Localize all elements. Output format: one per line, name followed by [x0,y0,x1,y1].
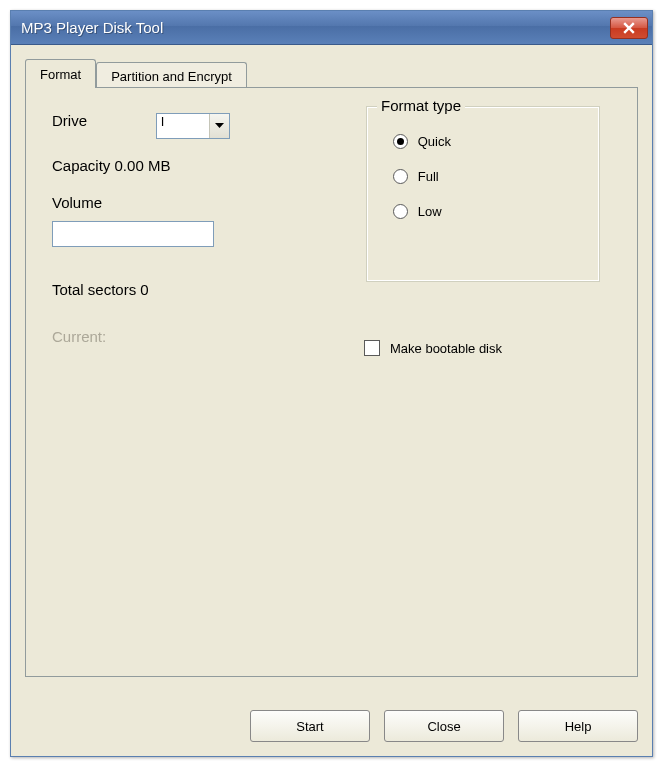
radio-quick[interactable]: Quick [393,134,574,149]
client-area: Format Partition and Encrypt Drive I Cap… [11,45,652,756]
radio-label: Quick [418,134,451,149]
volume-label: Volume [52,194,342,211]
volume-input[interactable] [52,221,214,247]
bootable-checkbox-row[interactable]: Make bootable disk [364,340,502,356]
dialog-window: MP3 Player Disk Tool Format Partition an… [10,10,653,757]
tab-partition-encrypt[interactable]: Partition and Encrypt [96,62,247,87]
radio-list: Quick Full Low [377,112,590,219]
drive-combo[interactable]: I [156,113,230,139]
close-button[interactable]: Close [384,710,504,742]
radio-icon [393,134,408,149]
window-title: MP3 Player Disk Tool [21,19,163,36]
radio-icon [393,169,408,184]
button-label: Help [565,719,592,734]
tab-format[interactable]: Format [25,59,96,88]
radio-icon [393,204,408,219]
button-label: Close [427,719,460,734]
capacity-label: Capacity 0.00 MB [52,157,342,174]
format-type-legend: Format type [377,97,465,114]
start-button[interactable]: Start [250,710,370,742]
drive-row: Drive I [52,112,342,139]
bootable-label: Make bootable disk [390,341,502,356]
checkbox-icon [364,340,380,356]
drive-value: I [157,114,209,138]
drive-dropdown-button[interactable] [209,114,229,138]
close-window-button[interactable] [610,17,648,39]
button-bar: Start Close Help [250,710,638,742]
tab-label: Format [40,67,81,82]
radio-label: Full [418,169,439,184]
tab-strip: Format Partition and Encrypt [25,59,638,87]
radio-full[interactable]: Full [393,169,574,184]
current-label: Current: [52,328,342,345]
drive-label: Drive [52,112,152,129]
radio-label: Low [418,204,442,219]
close-icon [622,22,636,34]
titlebar[interactable]: MP3 Player Disk Tool [11,11,652,45]
help-button[interactable]: Help [518,710,638,742]
format-type-group: Format type Quick Full Low [366,106,600,282]
left-column: Drive I Capacity 0.00 MB Volume Total se… [52,112,342,345]
tab-label: Partition and Encrypt [111,69,232,84]
button-label: Start [296,719,323,734]
radio-low[interactable]: Low [393,204,574,219]
tab-panel-format: Drive I Capacity 0.00 MB Volume Total se… [25,87,638,677]
total-sectors-label: Total sectors 0 [52,281,342,298]
chevron-down-icon [215,123,224,129]
